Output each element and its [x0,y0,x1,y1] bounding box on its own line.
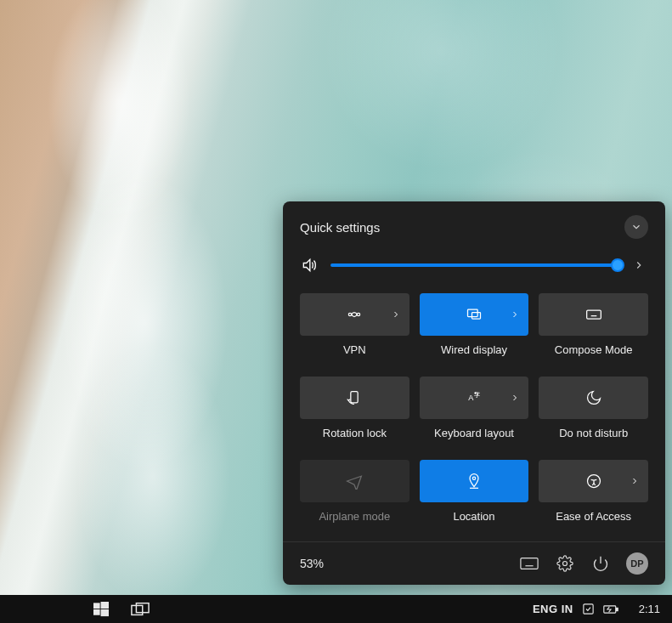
keyboard-icon [520,557,539,570]
tile-rotation-lock: Rotation lock [300,377,409,451]
rotation-lock-label: Rotation lock [300,427,409,439]
chevron-right-icon [510,393,520,403]
svg-rect-31 [132,605,143,615]
vpn-label: VPN [300,343,409,356]
moon-icon [584,389,603,406]
svg-rect-11 [351,392,358,403]
vpn-icon [345,306,364,323]
power-icon [592,555,609,572]
display-icon [465,306,483,323]
task-view-button[interactable] [131,602,150,617]
svg-rect-30 [101,609,109,616]
do-not-disturb-label: Do not disturb [539,427,648,439]
chevron-down-icon [630,221,642,233]
start-button[interactable] [93,602,109,617]
ease-of-access-label: Ease of Access [539,510,648,523]
chevron-right-icon [391,309,401,320]
taskbar-clock[interactable]: 2:11 [639,603,660,615]
quick-settings-panel: Quick settings VPNWired displayCompose M… [283,201,665,585]
panel-title: Quick settings [300,220,380,235]
svg-point-25 [563,562,568,566]
tile-do-not-disturb: Do not disturb [539,377,648,451]
svg-point-2 [358,313,360,315]
gear-icon [556,555,573,572]
svg-point-16 [472,477,475,479]
tiles-grid: VPNWired displayCompose ModeRotation loc… [283,293,665,541]
volume-slider[interactable] [330,257,618,274]
svg-rect-28 [101,602,109,609]
taskbar: ENG IN 2:11 [0,595,672,623]
ime-indicator[interactable]: ENG IN [533,603,573,615]
volume-expand-button[interactable] [630,256,648,275]
volume-icon [300,257,319,274]
svg-rect-35 [616,608,618,610]
volume-row [283,247,665,293]
location-icon [465,473,483,490]
ease-of-access-button[interactable] [539,460,648,502]
compose-mode-button[interactable] [539,293,648,336]
rotation-lock-icon [345,389,364,406]
power-button[interactable] [590,553,611,574]
tile-location: Location [420,460,529,535]
chevron-right-icon [510,309,520,320]
svg-rect-27 [93,603,100,609]
svg-rect-33 [584,604,593,614]
ease-of-access-icon [584,473,603,490]
keyboard-layout-button[interactable]: A字 [420,377,529,419]
compose-mode-label: Compose Mode [539,343,648,356]
tile-compose-mode: Compose Mode [539,293,648,368]
location-button[interactable] [420,460,529,502]
keyboard-layout-icon: A字 [465,389,483,406]
svg-rect-3 [467,309,477,316]
svg-rect-5 [586,310,601,319]
sync-icon [582,603,595,615]
windows-logo-icon [93,602,109,617]
user-avatar[interactable]: DP [626,552,648,575]
settings-button[interactable] [555,553,575,574]
tile-wired-display: Wired display [420,293,529,368]
panel-header: Quick settings [283,201,665,247]
do-not-disturb-button[interactable] [539,377,648,419]
tile-ease-of-access: Ease of Access [539,460,648,535]
wired-display-button[interactable] [420,293,529,336]
tile-airplane-mode: Airplane mode [300,460,409,535]
tray-battery-icon[interactable] [603,604,618,615]
collapse-button[interactable] [624,215,648,239]
chevron-right-icon [630,476,640,486]
svg-rect-19 [521,558,538,569]
battery-charging-icon [603,604,618,615]
airplane-mode-button [300,460,409,502]
svg-point-1 [349,313,352,315]
desktop-wallpaper: Quick settings VPNWired displayCompose M… [0,0,672,623]
task-view-icon [131,602,150,617]
airplane-mode-label: Airplane mode [300,510,409,523]
svg-marker-0 [303,259,310,270]
svg-rect-29 [93,609,100,615]
airplane-icon [345,473,364,490]
location-label: Location [420,510,529,523]
keyboard-icon [584,306,603,323]
svg-rect-4 [472,313,480,320]
rotation-lock-button[interactable] [300,377,409,419]
tile-vpn: VPN [300,293,409,368]
onscreen-keyboard-button[interactable] [519,553,539,574]
tray-sync-icon[interactable] [582,603,595,615]
tile-keyboard-layout: A字Keyboard layout [420,377,529,451]
wired-display-label: Wired display [420,343,529,356]
chevron-right-icon [633,259,645,271]
keyboard-layout-label: Keyboard layout [420,427,529,439]
panel-footer: 53% DP [283,541,665,585]
vpn-button[interactable] [300,293,409,336]
battery-percent: 53% [300,557,324,570]
